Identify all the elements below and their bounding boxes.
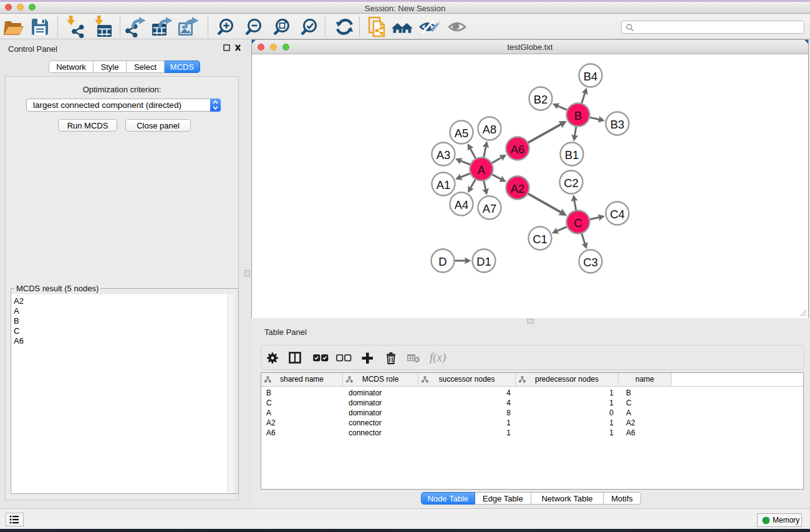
svg-text:A3: A3 — [436, 148, 451, 162]
svg-text:B1: B1 — [565, 148, 579, 162]
svg-text:C: C — [574, 216, 582, 230]
svg-text:A2: A2 — [511, 182, 525, 195]
svg-text:A4: A4 — [455, 198, 469, 211]
svg-text:D: D — [438, 255, 446, 268]
svg-text:B3: B3 — [610, 118, 625, 131]
svg-text:A7: A7 — [483, 202, 497, 215]
svg-text:C3: C3 — [583, 256, 598, 269]
svg-text:D1: D1 — [476, 255, 491, 268]
svg-text:A: A — [478, 163, 486, 177]
svg-text:A5: A5 — [455, 127, 469, 140]
svg-text:C2: C2 — [564, 177, 579, 190]
svg-text:C4: C4 — [610, 208, 625, 221]
svg-text:C1: C1 — [533, 233, 547, 246]
svg-text:B2: B2 — [534, 93, 548, 106]
svg-text:B4: B4 — [584, 70, 598, 83]
svg-text:A8: A8 — [483, 123, 497, 136]
svg-text:B: B — [574, 109, 582, 122]
svg-text:A1: A1 — [436, 178, 451, 191]
svg-text:A6: A6 — [511, 143, 525, 156]
